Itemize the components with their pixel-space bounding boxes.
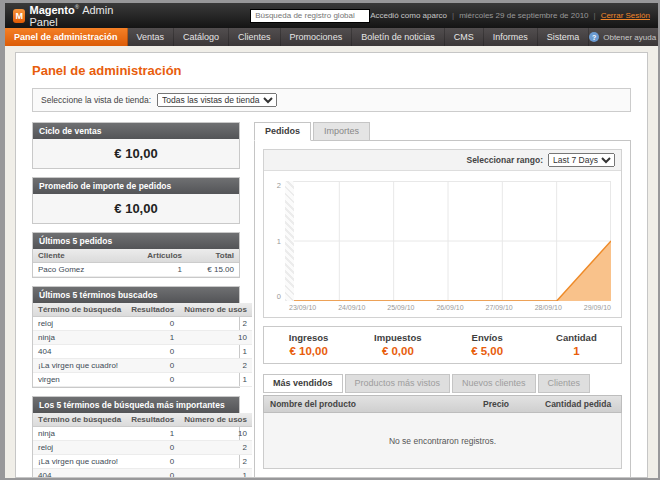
search-term-row: 404 0 1 — [33, 345, 252, 359]
chart-x-axis: 23/09/10 24/09/10 25/09/10 26/09/10 27/0… — [264, 301, 621, 317]
products-table-header: Nombre del producto Precio Cantidad pedi… — [263, 395, 622, 413]
total-impuestos: Impuestos € 0,00 — [353, 332, 442, 357]
panel-lifetime-sales: Ciclo de ventas € 10,00 — [32, 122, 240, 169]
col-resultados: Resultados — [126, 413, 179, 427]
search-results: 1 — [126, 427, 179, 441]
search-term-link[interactable]: 404 — [33, 345, 126, 359]
nav-item-sistema[interactable]: Sistema — [538, 28, 590, 46]
last-orders-table: Cliente Artículos Total Paco Gomez 1 € 1… — [33, 249, 239, 277]
header-date: miércoles 29 de septiembre de 2010 — [459, 11, 588, 20]
search-term-row: ¡La virgen que cuadro! 0 2 — [33, 359, 252, 373]
total-label: Ingresos — [264, 332, 353, 343]
nav-item-ventas[interactable]: Ventas — [128, 28, 175, 46]
tab-pedidos[interactable]: Pedidos — [254, 122, 311, 141]
content-background: Panel de administración Seleccione la vi… — [5, 46, 658, 478]
help-icon: ? — [589, 32, 599, 42]
logged-in-as: Accedió como aparco — [370, 11, 447, 20]
magento-admin-window: M Magento®Admin Panel Accedió como aparc… — [5, 3, 658, 478]
search-uses: 2 — [179, 455, 252, 469]
store-view-switcher: Seleccione la vista de tienda: Todas las… — [32, 88, 631, 112]
nav-item-catalogo[interactable]: Catálogo — [174, 28, 229, 46]
last-search-table: Término de búsqueda Resultados Número de… — [33, 303, 252, 387]
search-uses: 1 — [179, 345, 252, 359]
search-term-link[interactable]: reloj — [33, 317, 126, 331]
orders-chart-svg — [285, 181, 611, 301]
tab-nuevos-clientes[interactable]: Nuevos clientes — [452, 374, 536, 393]
header-bar: M Magento®Admin Panel Accedió como aparc… — [5, 3, 658, 28]
panel-top-5-search-terms: Los 5 términos de búsqueda más important… — [32, 396, 240, 478]
search-term-link[interactable]: ninja — [33, 427, 126, 441]
dashboard-columns: Ciclo de ventas € 10,00 Promedio de impo… — [32, 122, 631, 478]
nav-item-boletin[interactable]: Boletín de noticias — [352, 28, 445, 46]
search-uses: 10 — [179, 427, 252, 441]
search-term-link[interactable]: ninja — [33, 331, 126, 345]
search-results: 0 — [126, 359, 179, 373]
range-bar: Seleccionar rango: Last 7 Days — [264, 150, 621, 171]
nav-item-dashboard[interactable]: Panel de administración — [5, 28, 128, 46]
tab-mas-vendidos[interactable]: Más vendidos — [263, 374, 343, 393]
total-value: € 10,00 — [264, 345, 353, 357]
y-tick-label: 1 — [277, 237, 281, 246]
search-term-row: virgen 0 1 — [33, 373, 252, 387]
search-term-link[interactable]: ¡La virgen que cuadro! — [33, 455, 126, 469]
totals-bar: Ingresos € 10,00 Impuestos € 0,00 Envíos… — [263, 326, 622, 364]
orders-chart-box: Seleccionar rango: Last 7 Days 2 1 0 — [263, 149, 622, 318]
col-termino: Término de búsqueda — [33, 413, 126, 427]
total-cantidad: Cantidad 1 — [532, 332, 621, 357]
col-cantidad-pedida: Cantidad pedida — [539, 396, 621, 412]
panel-title: Últimos 5 pedidos — [33, 233, 239, 249]
col-articulos: Artículos — [142, 249, 187, 263]
window-frame: M Magento®Admin Panel Accedió como aparc… — [0, 0, 660, 480]
search-results: 1 — [126, 331, 179, 345]
nav-item-cms[interactable]: CMS — [445, 28, 484, 46]
panel-average-orders: Promedio de importe de pedidos € 10,00 — [32, 177, 240, 224]
total-label: Impuestos — [353, 332, 442, 343]
nav-item-informes[interactable]: Informes — [484, 28, 538, 46]
search-term-link[interactable]: 404 — [33, 469, 126, 479]
help-link[interactable]: ? Obtener ayuda para esta página — [589, 28, 658, 46]
search-term-link[interactable]: virgen — [33, 373, 126, 387]
search-term-row: reloj 0 2 — [33, 317, 252, 331]
x-tick-label: 29/09/10 — [584, 304, 611, 311]
search-results: 0 — [126, 469, 179, 479]
main-nav: Panel de administración Ventas Catálogo … — [5, 28, 658, 46]
col-termino: Término de búsqueda — [33, 303, 126, 317]
logo-text: Magento®Admin Panel — [29, 4, 132, 28]
search-uses: 2 — [179, 359, 252, 373]
search-results: 0 — [126, 317, 179, 331]
page-title: Panel de administración — [32, 63, 631, 78]
search-results: 0 — [126, 345, 179, 359]
store-view-select[interactable]: Todas las vistas de tienda — [157, 93, 277, 107]
global-search-input[interactable] — [250, 9, 370, 23]
content-box: Panel de administración Seleccione la vi… — [15, 52, 648, 478]
search-uses: 10 — [179, 331, 252, 345]
total-label: Cantidad — [532, 332, 621, 343]
range-select[interactable]: Last 7 Days — [548, 153, 615, 167]
search-term-link[interactable]: reloj — [33, 441, 126, 455]
left-column: Ciclo de ventas € 10,00 Promedio de impo… — [32, 122, 240, 478]
tab-clientes[interactable]: Clientes — [538, 374, 591, 393]
total-value: € 5,00 — [443, 345, 532, 357]
order-items: 1 — [142, 263, 187, 277]
panel-title: Los 5 términos de búsqueda más important… — [33, 397, 239, 413]
tab-importes[interactable]: Importes — [313, 122, 370, 141]
nav-item-promociones[interactable]: Promociones — [281, 28, 353, 46]
panel-title: Promedio de importe de pedidos — [33, 178, 239, 194]
order-total: € 15.00 — [187, 263, 239, 277]
search-term-link[interactable]: ¡La virgen que cuadro! — [33, 359, 126, 373]
store-view-label: Seleccione la vista de tienda: — [41, 95, 151, 105]
header-user-info: Accedió como aparco | miércoles 29 de se… — [370, 11, 650, 20]
col-total: Total — [187, 249, 239, 263]
order-row[interactable]: Paco Gomez 1 € 15.00 — [33, 263, 239, 277]
y-tick-label: 0 — [277, 292, 281, 301]
tab-productos-mas-vistos[interactable]: Productos más vistos — [345, 374, 451, 393]
chart-y-axis: 2 1 0 — [270, 181, 285, 301]
search-term-row: 404 0 1 — [33, 469, 252, 479]
range-label: Seleccionar rango: — [466, 155, 543, 165]
logout-link[interactable]: Cerrar Sesión — [601, 11, 650, 20]
magento-logo: M Magento®Admin Panel — [13, 4, 132, 28]
nav-item-clientes[interactable]: Clientes — [229, 28, 281, 46]
search-uses: 1 — [179, 469, 252, 479]
x-tick-label: 26/09/10 — [436, 304, 463, 311]
search-term-row: reloj 0 2 — [33, 441, 252, 455]
